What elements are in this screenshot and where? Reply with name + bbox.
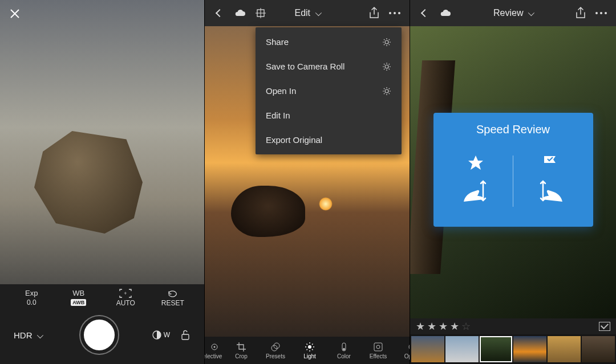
mode-title: Review xyxy=(493,8,523,18)
svg-point-4 xyxy=(389,12,391,14)
filmstrip[interactable] xyxy=(410,334,616,364)
filter-icon xyxy=(151,329,163,341)
capture-mode-label: HDR xyxy=(14,330,33,340)
close-button[interactable] xyxy=(7,6,23,22)
svg-point-14 xyxy=(308,345,311,349)
svg-rect-17 xyxy=(374,343,382,351)
edit-toolbar: Selective Crop Presets Light Color Effec… xyxy=(205,337,410,364)
chevron-left-icon xyxy=(421,9,429,17)
star-3[interactable]: ★ xyxy=(439,320,448,333)
thumb-2[interactable] xyxy=(480,336,513,362)
star-2[interactable]: ★ xyxy=(427,320,436,333)
svg-point-11 xyxy=(214,346,216,347)
star-1[interactable]: ★ xyxy=(416,320,425,333)
share-icon xyxy=(575,7,586,19)
svg-rect-2 xyxy=(182,334,189,340)
svg-point-7 xyxy=(385,40,388,44)
thumb-4[interactable] xyxy=(548,336,581,362)
scene-rock xyxy=(34,131,143,234)
selective-icon xyxy=(209,342,220,352)
tool-selective[interactable]: Selective xyxy=(205,342,224,359)
share-menu-share[interactable]: Share xyxy=(256,30,402,54)
review-topbar: Review xyxy=(410,0,616,26)
tool-optics[interactable]: Optics xyxy=(395,342,410,359)
tool-presets[interactable]: Presets xyxy=(258,342,293,359)
star-5[interactable]: ☆ xyxy=(461,320,471,333)
rate-gesture-hint xyxy=(439,155,513,207)
tool-color[interactable]: Color xyxy=(327,342,361,359)
cloud-status-button[interactable] xyxy=(435,3,456,23)
focus-control[interactable]: + AUTO xyxy=(107,289,144,307)
share-menu-save[interactable]: Save to Camera Roll xyxy=(256,54,402,79)
more-button[interactable] xyxy=(384,3,405,23)
share-menu-export-original[interactable]: Export Original xyxy=(256,128,402,152)
chevron-left-icon xyxy=(216,9,224,17)
crop-icon xyxy=(236,342,246,352)
back-button[interactable] xyxy=(415,3,435,23)
swipe-up-down-icon xyxy=(535,177,566,207)
presets-icon xyxy=(270,342,281,352)
lock-button[interactable] xyxy=(180,329,191,341)
svg-point-18 xyxy=(376,345,380,349)
review-screen: Review Speed Review xyxy=(410,0,616,364)
tool-label: Optics xyxy=(404,353,410,359)
star-4[interactable]: ★ xyxy=(450,320,459,333)
menu-label: Save to Camera Roll xyxy=(266,62,345,71)
exposure-control[interactable]: Exp 0.0 xyxy=(13,289,50,307)
gear-icon[interactable] xyxy=(382,38,391,47)
speed-review-overlay[interactable]: Speed Review xyxy=(433,113,593,227)
tool-crop[interactable]: Crop xyxy=(224,342,258,359)
filter-button[interactable]: W xyxy=(151,329,170,341)
crop-overlay-button[interactable] xyxy=(250,3,271,23)
more-button[interactable] xyxy=(591,3,611,23)
gear-icon[interactable] xyxy=(382,62,391,71)
more-icon xyxy=(388,11,401,15)
reset-label: RESET xyxy=(155,299,191,307)
scene-sun xyxy=(319,197,333,211)
edit-topbar: Edit xyxy=(205,0,410,26)
reset-control[interactable]: RESET xyxy=(155,289,191,307)
thumb-3[interactable] xyxy=(513,336,546,362)
svg-point-13 xyxy=(274,343,279,349)
star-icon xyxy=(467,155,484,171)
shutter-button[interactable] xyxy=(80,316,118,354)
share-icon xyxy=(368,7,380,19)
thumb-1[interactable] xyxy=(445,336,479,362)
capture-mode-button[interactable]: HDR xyxy=(14,330,42,340)
gear-icon[interactable] xyxy=(382,87,391,96)
share-menu-edit-in[interactable]: Edit In xyxy=(256,103,402,128)
back-button[interactable] xyxy=(209,3,230,23)
tool-effects[interactable]: Effects xyxy=(361,342,395,359)
exposure-value: 0.0 xyxy=(13,298,50,306)
chevron-down-icon xyxy=(37,332,43,338)
tool-label: Presets xyxy=(266,353,285,359)
cloud-icon xyxy=(439,9,452,18)
tool-label: Light xyxy=(303,353,316,359)
wb-label: WB xyxy=(60,289,97,297)
flag-toggle[interactable] xyxy=(599,322,610,331)
svg-point-19 xyxy=(409,343,410,350)
share-button[interactable] xyxy=(364,3,384,23)
share-menu: Share Save to Camera Roll Open In Edit I… xyxy=(256,27,402,154)
filter-badge: W xyxy=(164,331,170,339)
tool-label: Effects xyxy=(370,353,387,359)
thumb-5[interactable] xyxy=(582,336,615,362)
camera-screen: Exp 0.0 WB AWB + AUTO RESET HDR xyxy=(0,0,205,364)
mode-title: Edit xyxy=(294,8,310,18)
thumb-0[interactable] xyxy=(411,336,444,362)
cloud-icon xyxy=(234,9,246,18)
share-menu-open-in[interactable]: Open In xyxy=(256,79,402,103)
color-icon xyxy=(339,342,349,352)
tool-light[interactable]: Light xyxy=(293,342,327,359)
exposure-label: Exp xyxy=(13,289,50,297)
svg-point-9 xyxy=(385,89,388,93)
cloud-status-button[interactable] xyxy=(230,3,250,23)
svg-point-12 xyxy=(271,345,277,351)
swipe-up-down-icon xyxy=(460,177,491,207)
white-balance-control[interactable]: WB AWB xyxy=(60,289,97,307)
share-button[interactable] xyxy=(570,3,591,23)
menu-label: Edit In xyxy=(266,111,290,120)
tool-label: Color xyxy=(337,353,351,359)
svg-point-5 xyxy=(394,12,396,14)
tool-label: Crop xyxy=(235,353,248,359)
